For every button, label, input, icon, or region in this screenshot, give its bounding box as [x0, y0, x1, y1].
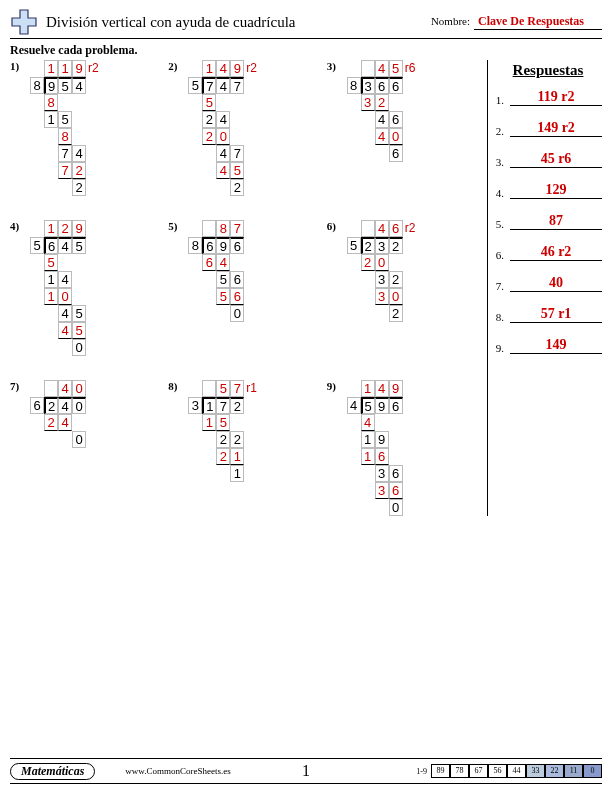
cross-icon: [10, 8, 38, 36]
grid-cell: 3: [375, 288, 389, 305]
grid-cell: [347, 111, 361, 128]
footer: Matemáticas www.CommonCoreSheets.es 1 1-…: [10, 758, 602, 784]
score-cell: 44: [507, 764, 526, 778]
grid-cell: 1: [230, 448, 244, 465]
answers-panel: Respuestas 1.119 r22.149 r23.45 r64.1295…: [487, 60, 602, 516]
problem: 8)57r131721522211: [168, 380, 322, 516]
grid-cell: [30, 322, 44, 339]
answer-value: 119 r2: [510, 89, 602, 106]
grid-cell: 1: [44, 60, 58, 77]
grid-cell: 1: [361, 448, 375, 465]
problem-number: 3): [327, 60, 336, 72]
grid-cell: 2: [44, 397, 58, 414]
answer-value: 87: [510, 213, 602, 230]
grid-cell: 7: [230, 77, 244, 94]
answer-value: 46 r2: [510, 244, 602, 261]
grid-cell: 0: [216, 128, 230, 145]
grid-cell: 3: [375, 237, 389, 254]
grid-cell: [347, 288, 361, 305]
answer-value: 149: [510, 337, 602, 354]
score-cell: 67: [469, 764, 488, 778]
division-grid: 406240240: [30, 380, 164, 448]
grid-cell: 5: [389, 60, 403, 77]
grid-cell: 5: [72, 322, 86, 339]
divisor-cell: 8: [188, 237, 202, 254]
grid-cell: 4: [375, 111, 389, 128]
problem-number: 4): [10, 220, 19, 232]
grid-cell: 2: [230, 397, 244, 414]
grid-cell: [30, 414, 44, 431]
grid-cell: [347, 465, 361, 482]
grid-cell: 6: [230, 288, 244, 305]
grid-cell: [361, 111, 375, 128]
grid-cell: 0: [72, 380, 86, 397]
problem-number: 2): [168, 60, 177, 72]
grid-cell: [216, 179, 230, 196]
grid-cell: 7: [202, 77, 216, 94]
score-strip: 1-9 89786756443322110: [416, 764, 602, 778]
problem: 5)8786966456560: [168, 220, 322, 356]
grid-cell: [347, 271, 361, 288]
grid-cell: [58, 179, 72, 196]
grid-cell: [44, 322, 58, 339]
problem: 1)119r28954815874722: [10, 60, 164, 196]
grid-cell: 2: [72, 179, 86, 196]
grid-cell: 7: [230, 220, 244, 237]
grid-cell: 5: [216, 288, 230, 305]
grid-cell: [347, 380, 361, 397]
grid-cell: 6: [389, 220, 403, 237]
grid-cell: [30, 162, 44, 179]
grid-cell: 9: [230, 60, 244, 77]
grid-cell: 4: [375, 128, 389, 145]
worksheet-title: División vertical con ayuda de cuadrícul…: [46, 14, 296, 31]
answer-index: 8.: [494, 311, 504, 323]
grid-cell: 1: [202, 397, 216, 414]
grid-cell: [202, 431, 216, 448]
grid-cell: 1: [202, 60, 216, 77]
grid-cell: 6: [230, 271, 244, 288]
grid-cell: 9: [216, 237, 230, 254]
grid-cell: 2: [44, 414, 58, 431]
divisor-cell: 8: [30, 77, 44, 94]
grid-cell: 5: [72, 305, 86, 322]
grid-cell: [347, 414, 361, 431]
grid-cell: [58, 431, 72, 448]
header: División vertical con ayuda de cuadrícul…: [10, 8, 602, 39]
grid-cell: [188, 448, 202, 465]
division-grid: 45r683663246406: [347, 60, 481, 162]
grid-cell: [58, 339, 72, 356]
score-cell: 22: [545, 764, 564, 778]
grid-cell: [202, 448, 216, 465]
grid-cell: 4: [216, 77, 230, 94]
grid-cell: 4: [58, 414, 72, 431]
grid-cell: [347, 499, 361, 516]
divisor-cell: 5: [347, 237, 361, 254]
grid-cell: [375, 145, 389, 162]
grid-cell: 7: [58, 145, 72, 162]
grid-cell: [44, 145, 58, 162]
grid-cell: 6: [389, 111, 403, 128]
grid-cell: [361, 60, 375, 77]
problem: 9)14945964191636360: [327, 380, 481, 516]
grid-cell: [188, 220, 202, 237]
grid-cell: 5: [361, 397, 375, 414]
answer-row: 8.57 r1: [494, 306, 602, 323]
grid-cell: 1: [230, 465, 244, 482]
grid-cell: [188, 414, 202, 431]
grid-cell: 0: [389, 499, 403, 516]
grid-cell: 6: [389, 397, 403, 414]
grid-cell: 0: [230, 305, 244, 322]
grid-cell: [202, 380, 216, 397]
answer-row: 7.40: [494, 275, 602, 292]
content-area: 1)119r289548158747222)149r25747524204745…: [10, 60, 602, 516]
answer-index: 2.: [494, 125, 504, 137]
grid-cell: 2: [389, 305, 403, 322]
grid-cell: [30, 111, 44, 128]
grid-cell: 4: [58, 305, 72, 322]
division-grid: 8786966456560: [188, 220, 322, 322]
grid-cell: [347, 482, 361, 499]
grid-cell: [44, 339, 58, 356]
grid-cell: 7: [230, 145, 244, 162]
grid-cell: 7: [216, 397, 230, 414]
grid-cell: 6: [202, 254, 216, 271]
